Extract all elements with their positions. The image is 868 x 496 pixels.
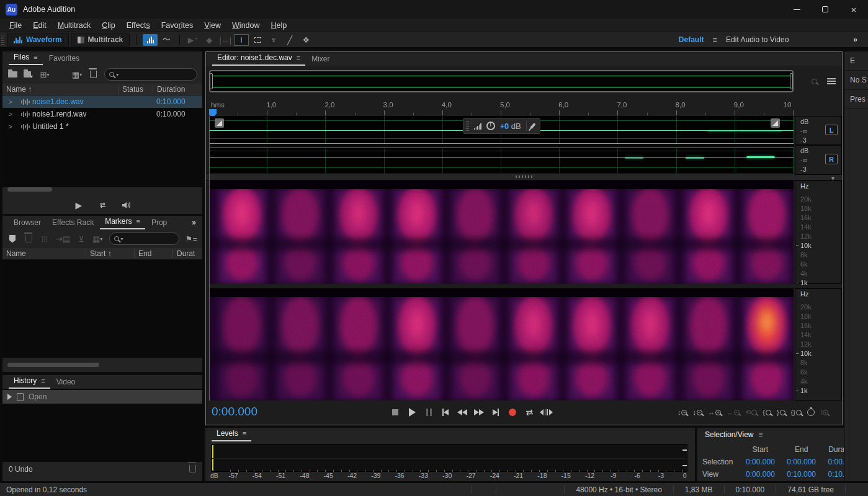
marker-range-icon[interactable]: ⁞⁞⁞ <box>40 234 50 244</box>
overview-left-handle[interactable] <box>210 73 213 89</box>
markers-panel-tab[interactable]: Markers≡ <box>100 215 145 229</box>
menu-window[interactable]: Window <box>226 20 265 31</box>
channel-divider[interactable] <box>209 143 794 148</box>
gain-knob-icon[interactable] <box>486 122 495 130</box>
menu-multitrack[interactable]: Multitrack <box>52 20 97 31</box>
insert-marker-playlist-icon[interactable]: ⇥▤ <box>56 234 70 244</box>
fast-forward-button[interactable] <box>472 405 486 419</box>
merge-markers-icon[interactable]: ⊻ <box>76 234 86 244</box>
history-panel-tab[interactable]: History≡ <box>9 374 50 389</box>
files-search-input[interactable]: ▾ <box>104 68 197 81</box>
loop-playback-button[interactable] <box>522 405 536 419</box>
files-column-headers[interactable]: Name ↑ Status Duration <box>2 84 202 95</box>
hud-pin-icon[interactable] <box>530 123 535 129</box>
levels-tab[interactable]: Levels≡ <box>212 427 251 441</box>
menu-clip[interactable]: Clip <box>96 20 121 31</box>
zoom-out-amplitude-button[interactable]: ↕− <box>692 405 702 419</box>
zoom-at-out-point-button[interactable]: } <box>777 405 785 419</box>
menu-help[interactable]: Help <box>266 20 293 31</box>
editor-tab[interactable]: Editor: noise1.dec.wav≡ <box>212 51 305 66</box>
time-value[interactable]: 0:00.000 <box>740 470 781 479</box>
zoom-duration-button[interactable] <box>807 405 815 419</box>
clear-history-icon[interactable] <box>189 465 196 474</box>
history-entry[interactable]: Open <box>2 390 202 404</box>
toolbar-overflow[interactable]: » <box>853 35 857 44</box>
files-play-button[interactable]: ▶ <box>74 200 84 210</box>
multitrack-mode-button[interactable]: Multitrack <box>71 33 130 46</box>
delete-marker-icon[interactable] <box>24 234 34 244</box>
move-tool[interactable]: ▶⁺ <box>186 34 200 46</box>
markers-search-input[interactable]: ▾ <box>109 232 179 245</box>
close-button[interactable]: × <box>839 0 868 19</box>
markers-panel-tab[interactable]: Browser≡ <box>9 216 46 229</box>
import-file-icon[interactable]: ↘ <box>24 69 34 79</box>
amplitude-scale-left[interactable]: dB -∞ -3 L <box>795 116 842 145</box>
zoom-in-time-button[interactable]: ↔+ <box>708 405 721 419</box>
panel-menu-icon[interactable]: ≡ <box>41 377 45 384</box>
skip-selection-button[interactable] <box>539 405 553 419</box>
files-auto-play-button[interactable] <box>121 200 131 210</box>
minimize-button[interactable] <box>782 0 811 19</box>
time-value[interactable]: 0:00.000 <box>740 458 781 466</box>
hud-gain-value[interactable]: +0 <box>500 122 509 131</box>
time-value[interactable]: 0:10.000 <box>781 470 822 479</box>
add-marker-icon[interactable] <box>7 234 17 244</box>
marquee-selection-tool[interactable] <box>250 34 265 46</box>
editor-tab[interactable]: Mixer≡ <box>306 53 334 66</box>
razor-tool[interactable]: ◆ <box>202 34 217 46</box>
file-row[interactable]: > noise1.dec.wav 0:10.000 <box>2 95 202 108</box>
collapsed-right-panel[interactable]: ENo SPres <box>844 51 868 481</box>
frequency-scale-right[interactable]: Hz 20k18k16k14k12k10k8k6k4k1k <box>795 288 842 401</box>
overview-right-handle[interactable] <box>790 73 793 89</box>
rewind-button[interactable] <box>455 405 469 419</box>
zoom-full-button[interactable]: I+ <box>820 405 828 419</box>
level-meter[interactable] <box>211 444 687 472</box>
slip-tool[interactable]: |↔| <box>218 34 233 46</box>
pause-button[interactable] <box>422 405 436 419</box>
spot-healing-brush-tool[interactable]: ❖ <box>298 34 313 46</box>
gain-hud[interactable]: +0 dB <box>463 118 540 134</box>
go-to-end-button[interactable] <box>489 405 503 419</box>
marker-list-toggle-icon[interactable]: ⚑= <box>186 234 197 244</box>
file-row[interactable]: > Untitled 1 * <box>2 120 202 133</box>
markers-panel-tab[interactable]: Effects Rack≡ <box>47 216 99 229</box>
waveform-view-toggle[interactable] <box>143 34 158 46</box>
zoom-to-selection-button[interactable]: {} <box>791 405 802 419</box>
menu-favorites[interactable]: Favorites <box>156 20 199 31</box>
left-channel-button[interactable]: L <box>825 125 838 135</box>
maximize-button[interactable] <box>811 0 839 19</box>
overview-navigator[interactable] <box>209 70 794 92</box>
history-panel-tab[interactable]: Video≡ <box>51 376 80 389</box>
overview-list-icon[interactable] <box>827 78 836 85</box>
lasso-selection-tool[interactable]: ♆ <box>266 34 281 46</box>
amplitude-scale-right[interactable]: dB -∞ -3 R <box>795 145 842 175</box>
files-horizontal-scrollbar[interactable] <box>7 187 52 192</box>
frequency-scale-left[interactable]: Hz 20k18k16k14k12k10k8k6k4k1k <box>795 180 842 284</box>
file-row[interactable]: > noise1.rend.wav 0:10.000 <box>2 108 202 120</box>
open-file-icon[interactable] <box>7 69 17 79</box>
spectrogram-right-channel[interactable] <box>209 288 794 401</box>
workspace-menu-icon[interactable]: ≡ <box>713 35 718 45</box>
menu-file[interactable]: File <box>4 20 27 31</box>
panel-menu-icon[interactable]: ≡ <box>136 218 140 225</box>
hud-grip[interactable] <box>466 121 469 131</box>
menu-view[interactable]: View <box>199 20 226 31</box>
markers-tabs-overflow[interactable]: » <box>192 218 196 227</box>
files-panel-tab[interactable]: Favorites≡ <box>44 52 84 65</box>
paintbrush-selection-tool[interactable]: ╱ <box>282 34 297 46</box>
markers-column-headers[interactable]: Name Start ↑ End Durat <box>2 248 202 260</box>
panel-menu-icon[interactable]: ≡ <box>297 54 300 61</box>
expand-chevron-icon[interactable]: > <box>2 111 19 118</box>
wave-spectral-splitter[interactable] <box>206 173 842 180</box>
panel-menu-icon[interactable]: ≡ <box>34 53 37 61</box>
workspace-action[interactable]: Edit Audio to Video <box>726 35 789 44</box>
markers-horizontal-scrollbar[interactable] <box>7 363 99 367</box>
record-button[interactable] <box>506 405 519 419</box>
zoom-reset-button[interactable]: ⟲ <box>745 405 757 419</box>
workspace-selector[interactable]: Default <box>679 35 704 44</box>
time-display[interactable]: 0:00.000 <box>212 405 257 418</box>
overview-zoom-icon[interactable] <box>812 74 817 88</box>
playhead-line[interactable] <box>209 116 210 401</box>
files-panel-tab[interactable]: Files≡ <box>9 51 43 65</box>
time-value[interactable]: 0:00.000 <box>781 458 822 466</box>
